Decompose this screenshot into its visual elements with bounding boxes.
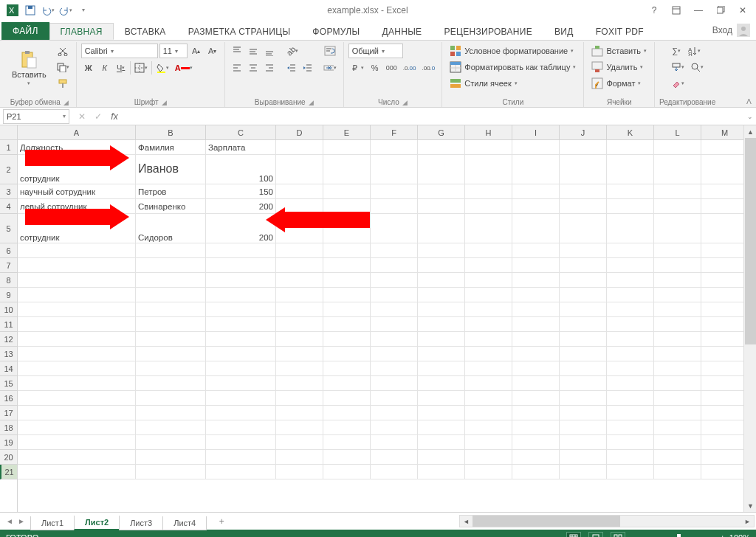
tab-foxit-pdf[interactable]: FOXIT PDF xyxy=(585,23,655,40)
cell-I13[interactable] xyxy=(512,347,560,361)
cell-K9[interactable] xyxy=(607,288,654,302)
cell-K5[interactable] xyxy=(607,214,654,243)
cell-H16[interactable] xyxy=(465,391,512,406)
column-header-A[interactable]: A xyxy=(18,125,136,140)
cell-J2[interactable] xyxy=(560,155,607,184)
cell-E15[interactable] xyxy=(323,376,371,391)
conditional-formatting-button[interactable]: Условное форматирование▾ xyxy=(447,44,579,58)
cell-G1[interactable] xyxy=(418,140,465,155)
cell-L10[interactable] xyxy=(654,302,701,317)
cell-I17[interactable] xyxy=(512,406,560,420)
cell-J9[interactable] xyxy=(560,288,607,302)
cell-F10[interactable] xyxy=(371,302,418,317)
copy-button[interactable]: ▾ xyxy=(54,60,72,75)
cell-J6[interactable] xyxy=(560,243,607,258)
cell-L6[interactable] xyxy=(654,243,701,258)
format-cells-button[interactable]: Формат▾ xyxy=(588,76,650,91)
cell-M20[interactable] xyxy=(701,450,749,465)
cell-C16[interactable] xyxy=(206,391,276,406)
cell-D2[interactable] xyxy=(276,155,323,184)
bold-button[interactable]: Ж xyxy=(81,60,96,75)
cell-A18[interactable] xyxy=(18,420,136,435)
cell-G7[interactable] xyxy=(418,258,465,273)
cell-H20[interactable] xyxy=(465,450,512,465)
cell-J11[interactable] xyxy=(560,317,607,332)
cancel-formula-button[interactable]: ✕ xyxy=(74,109,90,124)
cell-G2[interactable] xyxy=(418,155,465,184)
sheet-tab-Лист4[interactable]: Лист4 xyxy=(162,516,207,530)
row-header-8[interactable]: 8 xyxy=(0,273,17,288)
cell-F1[interactable] xyxy=(371,140,418,155)
cell-H11[interactable] xyxy=(465,317,512,332)
scroll-up-button[interactable]: ▲ xyxy=(744,125,756,138)
cell-K7[interactable] xyxy=(607,258,654,273)
cell-D21[interactable] xyxy=(276,465,323,479)
cell-K2[interactable] xyxy=(607,155,654,184)
cell-B4[interactable]: Свинаренко xyxy=(136,199,206,214)
cell-I7[interactable] xyxy=(512,258,560,273)
cell-M8[interactable] xyxy=(701,273,749,288)
cell-H13[interactable] xyxy=(465,347,512,361)
cell-M14[interactable] xyxy=(701,361,749,376)
cell-C10[interactable] xyxy=(206,302,276,317)
merge-center-button[interactable]: ▾ xyxy=(321,60,339,75)
cell-E16[interactable] xyxy=(323,391,371,406)
alignment-dialog-launcher[interactable]: ◢ xyxy=(309,99,314,106)
cell-F14[interactable] xyxy=(371,361,418,376)
cell-M5[interactable] xyxy=(701,214,749,243)
cell-F3[interactable] xyxy=(371,184,418,199)
cell-E4[interactable] xyxy=(323,199,371,214)
cell-B13[interactable] xyxy=(136,347,206,361)
cell-L2[interactable] xyxy=(654,155,701,184)
borders-button[interactable]: ▾ xyxy=(132,60,150,75)
cell-H4[interactable] xyxy=(465,199,512,214)
cell-D9[interactable] xyxy=(276,288,323,302)
cell-M11[interactable] xyxy=(701,317,749,332)
align-bottom-button[interactable] xyxy=(262,44,277,58)
tab-home[interactable]: ГЛАВНАЯ xyxy=(49,23,114,40)
cell-G14[interactable] xyxy=(418,361,465,376)
cell-H7[interactable] xyxy=(465,258,512,273)
cell-F2[interactable] xyxy=(371,155,418,184)
cell-A17[interactable] xyxy=(18,406,136,420)
scroll-right-button[interactable]: ► xyxy=(741,515,754,527)
cell-K21[interactable] xyxy=(607,465,654,479)
cell-G10[interactable] xyxy=(418,302,465,317)
cell-E8[interactable] xyxy=(323,273,371,288)
cell-J16[interactable] xyxy=(560,391,607,406)
cell-J19[interactable] xyxy=(560,435,607,450)
cell-K12[interactable] xyxy=(607,332,654,347)
cell-A3[interactable]: научный сотрудник xyxy=(18,184,136,199)
undo-button[interactable]: ▾ xyxy=(40,2,56,18)
cell-G8[interactable] xyxy=(418,273,465,288)
cell-A1[interactable]: Должность xyxy=(18,140,136,155)
cell-D8[interactable] xyxy=(276,273,323,288)
cell-B16[interactable] xyxy=(136,391,206,406)
cell-E5[interactable] xyxy=(323,214,371,243)
cell-J12[interactable] xyxy=(560,332,607,347)
cell-E18[interactable] xyxy=(323,420,371,435)
cell-B5[interactable]: Сидоров xyxy=(136,214,206,243)
cell-E20[interactable] xyxy=(323,450,371,465)
cell-F20[interactable] xyxy=(371,450,418,465)
cell-B1[interactable]: Фамилия xyxy=(136,140,206,155)
save-button[interactable] xyxy=(22,2,38,18)
cell-M1[interactable] xyxy=(701,140,749,155)
view-page-break-button[interactable] xyxy=(611,532,625,537)
cell-F15[interactable] xyxy=(371,376,418,391)
clipboard-dialog-launcher[interactable]: ◢ xyxy=(63,99,69,106)
align-left-button[interactable] xyxy=(230,60,244,75)
row-header-20[interactable]: 20 xyxy=(0,450,17,465)
cell-J4[interactable] xyxy=(560,199,607,214)
cell-I15[interactable] xyxy=(512,376,560,391)
cell-B7[interactable] xyxy=(136,258,206,273)
cell-L17[interactable] xyxy=(654,406,701,420)
cell-E1[interactable] xyxy=(323,140,371,155)
cell-B14[interactable] xyxy=(136,361,206,376)
cell-D5[interactable] xyxy=(276,214,323,243)
new-sheet-button[interactable]: + xyxy=(213,516,230,527)
insert-function-button[interactable]: fx xyxy=(106,109,123,124)
cell-L11[interactable] xyxy=(654,317,701,332)
cell-K10[interactable] xyxy=(607,302,654,317)
cut-button[interactable] xyxy=(54,44,72,58)
